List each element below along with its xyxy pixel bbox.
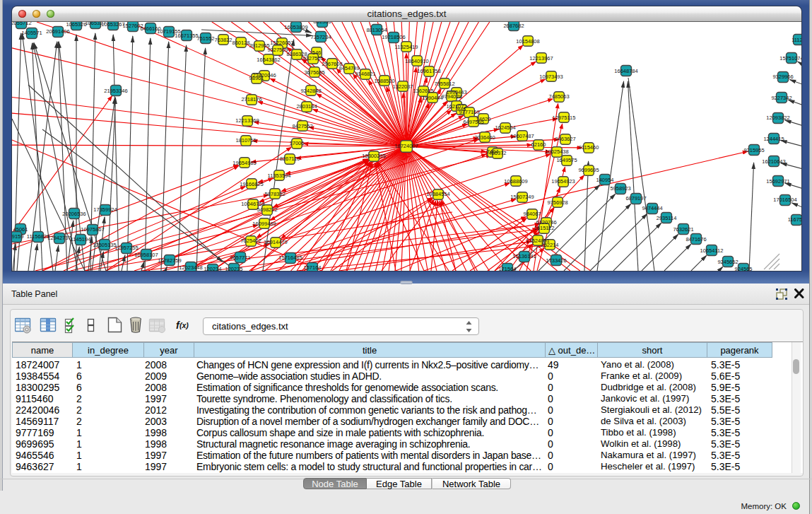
svg-text:12942737: 12942737 (47, 235, 71, 241)
svg-text:984067: 984067 (523, 211, 541, 217)
svg-text:7625402: 7625402 (240, 238, 261, 244)
svg-text:2718176: 2718176 (241, 96, 261, 103)
svg-text:21953346: 21953346 (104, 88, 127, 94)
svg-text:6879197: 6879197 (625, 195, 646, 201)
svg-text:9463627: 9463627 (555, 136, 575, 142)
svg-text:16961758: 16961758 (417, 68, 440, 74)
svg-text:924565: 924565 (734, 266, 752, 271)
svg-text:19384554: 19384554 (426, 191, 449, 197)
svg-text:8427552: 8427552 (292, 123, 312, 129)
svg-text:12093822: 12093822 (766, 115, 789, 121)
svg-text:16914479: 16914479 (264, 239, 287, 245)
svg-text:45061: 45061 (13, 226, 28, 233)
svg-text:9245652: 9245652 (717, 259, 738, 265)
svg-text:120234: 120234 (204, 266, 221, 271)
svg-text:9699695: 9699695 (578, 167, 599, 173)
svg-text:7485063: 7485063 (548, 93, 569, 100)
svg-text:1733426: 1733426 (546, 257, 566, 264)
svg-text:1145194: 1145194 (71, 236, 91, 243)
svg-text:116753: 116753 (788, 216, 801, 223)
svg-text:16099489: 16099489 (252, 221, 276, 227)
svg-text:15136141: 15136141 (512, 253, 536, 259)
svg-text:19218506: 19218506 (382, 34, 405, 40)
svg-text:9777169: 9777169 (459, 109, 479, 115)
svg-text:20206536: 20206536 (62, 211, 86, 217)
svg-text:140954: 140954 (596, 177, 613, 183)
svg-text:10653267: 10653267 (101, 22, 124, 28)
svg-text:10154808: 10154808 (516, 38, 539, 45)
svg-text:15751074: 15751074 (779, 55, 801, 62)
svg-text:1615112: 1615112 (534, 225, 555, 231)
svg-text:1322037: 1322037 (392, 83, 413, 90)
svg-text:16782759: 16782759 (158, 257, 181, 264)
svg-text:11353594: 11353594 (268, 173, 291, 179)
svg-text:11156829: 11156829 (27, 233, 49, 240)
svg-text:2935114: 2935114 (657, 215, 677, 221)
svg-text:62160: 62160 (531, 141, 546, 148)
svg-text:1362615: 1362615 (413, 88, 433, 94)
svg-text:5498222: 5498222 (257, 206, 277, 213)
svg-text:19166825: 19166825 (240, 181, 263, 187)
svg-text:1244415: 1244415 (763, 136, 784, 142)
svg-text:98961: 98961 (249, 75, 264, 81)
svg-text:12213967: 12213967 (529, 55, 553, 62)
svg-text:3912955: 3912955 (249, 42, 269, 49)
svg-text:2055712: 2055712 (12, 22, 32, 26)
svg-text:2803144: 2803144 (296, 103, 317, 110)
svg-text:11325419: 11325419 (395, 44, 418, 50)
svg-text:3675685: 3675685 (304, 69, 324, 76)
svg-text:120235: 120235 (225, 266, 242, 271)
svg-text:10025438: 10025438 (545, 148, 568, 155)
svg-text:16648784: 16648784 (614, 68, 637, 74)
svg-text:10958107: 10958107 (134, 252, 158, 258)
svg-text:7632621: 7632621 (673, 226, 693, 233)
svg-text:11123: 11123 (792, 37, 801, 43)
svg-text:12023448: 12023448 (179, 264, 202, 271)
svg-text:19654923: 19654923 (551, 178, 575, 185)
svg-text:171564: 171564 (498, 266, 516, 271)
svg-text:10973493: 10973493 (539, 74, 563, 80)
svg-text:9146821: 9146821 (355, 71, 375, 77)
svg-text:9329966: 9329966 (772, 74, 793, 80)
svg-text:860128: 860128 (232, 40, 249, 46)
svg-text:5958923: 5958923 (610, 185, 630, 192)
svg-text:17359924: 17359924 (93, 206, 117, 213)
svg-text:763822: 763822 (214, 37, 232, 43)
svg-text:1065326: 1065326 (66, 22, 86, 28)
svg-text:881305: 881305 (313, 22, 331, 25)
svg-text:16210643: 16210643 (762, 158, 785, 165)
svg-text:9657771: 9657771 (230, 255, 250, 261)
svg-text:17016504: 17016504 (773, 197, 796, 203)
svg-text:8267110: 8267110 (280, 156, 300, 162)
svg-text:2687682: 2687682 (503, 23, 524, 29)
svg-text:9756928: 9756928 (547, 199, 567, 206)
svg-text:8471676: 8471676 (686, 236, 706, 243)
svg-text:39159: 39159 (12, 233, 23, 240)
svg-text:7955812: 7955812 (434, 81, 454, 87)
svg-text:9215955: 9215955 (743, 147, 764, 153)
svg-text:16053809: 16053809 (284, 24, 307, 30)
svg-text:10688609: 10688609 (504, 178, 527, 185)
svg-text:1990444: 1990444 (422, 95, 442, 101)
svg-text:252214: 252214 (541, 242, 558, 248)
svg-text:(x): (x) (180, 321, 189, 329)
svg-text:17006: 17006 (290, 140, 305, 146)
svg-text:12213369: 12213369 (235, 117, 259, 124)
svg-text:10654112: 10654112 (700, 247, 724, 254)
svg-text:9227342: 9227342 (771, 95, 792, 101)
svg-text:1649575: 1649575 (556, 157, 577, 163)
svg-text:751552: 751552 (196, 35, 214, 42)
svg-text:16543862: 16543862 (257, 57, 280, 63)
svg-text:8813054: 8813054 (366, 27, 387, 33)
svg-text:17957255: 17957255 (114, 245, 138, 251)
svg-text:2036440: 2036440 (474, 134, 495, 141)
svg-text:12975115: 12975115 (553, 115, 576, 121)
svg-text:18724007: 18724007 (394, 143, 418, 149)
svg-text:1624554: 1624554 (495, 124, 515, 131)
svg-text:15692971: 15692971 (766, 178, 789, 185)
svg-text:1405571: 1405571 (21, 30, 42, 36)
svg-text:18300295: 18300295 (362, 153, 385, 159)
svg-text:18640910: 18640910 (405, 58, 428, 64)
svg-text:15807249: 15807249 (510, 194, 534, 200)
svg-text:9474444: 9474444 (642, 205, 662, 211)
